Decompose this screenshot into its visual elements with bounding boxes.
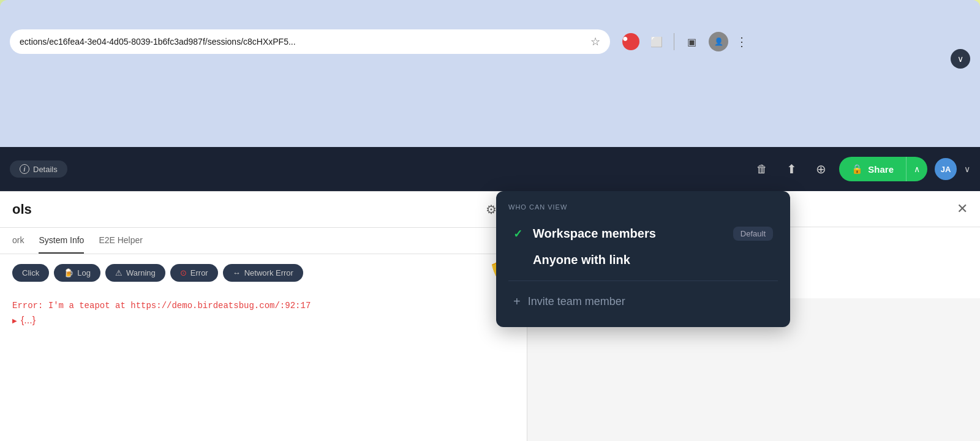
user-initials: JA: [941, 165, 951, 174]
invite-team-member-row[interactable]: + Invite team member: [508, 288, 778, 315]
app-toolbar: i Details 🗑 ⬆ ⊕ 🔒 Share ∧ JA ∨: [0, 147, 980, 191]
check-icon: ✓: [513, 227, 526, 241]
invite-label: Invite team member: [528, 295, 625, 308]
share-button-group: 🔒 Share ∧: [839, 157, 927, 181]
browser-chevron-down[interactable]: ∨: [951, 49, 970, 69]
tab-network[interactable]: ork: [12, 228, 24, 254]
tab-details-label: Details: [33, 165, 58, 174]
chevron-down-icon: ∨: [957, 54, 963, 64]
filter-click[interactable]: Click: [12, 264, 49, 282]
log-label: Log: [77, 268, 91, 277]
warning-icon: ⚠: [115, 268, 123, 277]
log-expand-row[interactable]: ▶ {...}: [12, 315, 514, 326]
add-user-button[interactable]: ⊕: [810, 158, 832, 180]
network-error-label: Network Error: [244, 268, 293, 277]
browser-controls: ● ⬜ ▣ 👤 ⋮: [622, 32, 748, 51]
profile-avatar[interactable]: 👤: [709, 32, 728, 51]
dropdown-option-anyone[interactable]: Anyone with link: [508, 247, 778, 273]
tab-e2e-helper[interactable]: E2E Helper: [99, 228, 143, 254]
export-icon: ⬆: [786, 162, 797, 176]
divider: [674, 33, 674, 50]
tab-network-label: ork: [12, 235, 24, 245]
tab-e2e-helper-label: E2E Helper: [99, 235, 143, 245]
filter-error[interactable]: ⊙ Error: [170, 264, 218, 282]
address-bar[interactable]: ections/ec16fea4-3e04-4d05-8039-1b6fc3ad…: [10, 29, 610, 54]
delete-icon: 🗑: [756, 163, 767, 176]
tab-details[interactable]: i Details: [10, 160, 67, 178]
sidebar-toggle-icon[interactable]: ▣: [682, 32, 701, 51]
chevron-up-icon: ∧: [914, 164, 920, 174]
click-label: Click: [22, 268, 39, 277]
lock-icon: 🔒: [851, 164, 863, 175]
browser-chrome: ∨ ections/ec16fea4-3e04-4d05-8039-1b6fc3…: [0, 0, 980, 147]
filter-network-error[interactable]: ↔ Network Error: [223, 264, 303, 282]
info-icon: i: [20, 164, 29, 174]
address-bar-row: ections/ec16fea4-3e04-4d05-8039-1b6fc3ad…: [0, 0, 980, 61]
toolbar-caret-icon[interactable]: ∨: [964, 164, 970, 174]
dropdown-divider: [508, 281, 778, 281]
error-icon: ⊙: [180, 268, 187, 277]
tab-system-info[interactable]: System Info: [39, 228, 84, 254]
tab-system-info-label: System Info: [39, 235, 84, 245]
record-button[interactable]: ●: [622, 33, 639, 50]
log-content: Error: I'm a teapot at https://demo.bird…: [0, 292, 527, 333]
user-avatar-button[interactable]: JA: [935, 158, 957, 180]
panel-title: ols: [12, 202, 478, 217]
error-label: Error: [190, 268, 208, 277]
log-error-text: Error: I'm a teapot at https://demo.bird…: [12, 299, 514, 312]
plus-icon: +: [513, 295, 521, 309]
more-options-icon[interactable]: ⋮: [736, 34, 748, 49]
log-expand-label: {...}: [21, 315, 36, 326]
add-user-icon: ⊕: [816, 162, 826, 176]
filter-log[interactable]: 🍺 Log: [54, 264, 100, 282]
filter-row: Click 🍺 Log ⚠ Warning ⊙ Error ↔ Network …: [0, 254, 527, 292]
share-chevron-button[interactable]: ∧: [906, 157, 927, 181]
default-badge: Default: [733, 227, 773, 241]
share-main-button[interactable]: 🔒 Share: [839, 164, 906, 175]
expand-arrow-icon: ▶: [12, 317, 17, 324]
anyone-link-label: Anyone with link: [533, 253, 773, 267]
panel-tabs: ork System Info E2E Helper: [0, 228, 527, 254]
url-text: ections/ec16fea4-3e04-4d05-8039-1b6fc3ad…: [20, 37, 586, 47]
delete-button[interactable]: 🗑: [751, 158, 773, 180]
extensions-icon[interactable]: ⬜: [647, 32, 666, 51]
warning-label: Warning: [126, 268, 156, 277]
dropdown-option-workspace[interactable]: ✓ Workspace members Default: [508, 221, 778, 247]
main-panel: ols ⚙ ✕ ork System Info E2E Helper Click…: [0, 191, 527, 441]
tab-pills: i Details: [10, 160, 67, 178]
bookmark-icon[interactable]: ☆: [590, 35, 600, 48]
share-label: Share: [868, 164, 894, 175]
export-button[interactable]: ⬆: [780, 158, 802, 180]
log-icon: 🍺: [64, 268, 74, 277]
panel-header: ols ⚙ ✕: [0, 192, 527, 228]
right-panel-close-icon[interactable]: ✕: [957, 201, 968, 217]
gear-icon[interactable]: ⚙: [486, 202, 497, 217]
filter-warning[interactable]: ⚠ Warning: [105, 264, 165, 282]
network-error-icon: ↔: [233, 268, 241, 277]
toolbar-right: 🗑 ⬆ ⊕ 🔒 Share ∧ JA ∨: [751, 157, 970, 181]
workspace-members-label: Workspace members: [533, 227, 726, 241]
dropdown-section-label: WHO CAN VIEW: [508, 203, 778, 211]
share-dropdown: WHO CAN VIEW ✓ Workspace members Default…: [496, 191, 790, 327]
